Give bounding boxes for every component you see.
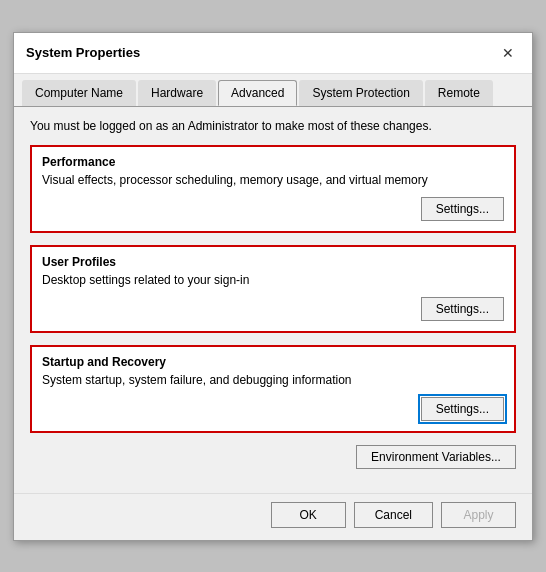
system-properties-dialog: System Properties ✕ Computer Name Hardwa…	[13, 32, 533, 541]
user-profiles-settings-button[interactable]: Settings...	[421, 297, 504, 321]
performance-section: Performance Visual effects, processor sc…	[30, 145, 516, 233]
tab-computer-name[interactable]: Computer Name	[22, 80, 136, 106]
ok-button[interactable]: OK	[271, 502, 346, 528]
performance-description: Visual effects, processor scheduling, me…	[42, 173, 504, 187]
startup-recovery-title: Startup and Recovery	[42, 355, 504, 369]
tab-content: You must be logged on as an Administrato…	[14, 107, 532, 493]
env-variables-row: Environment Variables...	[30, 445, 516, 469]
startup-recovery-section: Startup and Recovery System startup, sys…	[30, 345, 516, 433]
tab-hardware[interactable]: Hardware	[138, 80, 216, 106]
tab-advanced[interactable]: Advanced	[218, 80, 297, 106]
user-profiles-section: User Profiles Desktop settings related t…	[30, 245, 516, 333]
tab-bar: Computer Name Hardware Advanced System P…	[14, 74, 532, 107]
startup-recovery-settings-button[interactable]: Settings...	[421, 397, 504, 421]
close-button[interactable]: ✕	[496, 41, 520, 65]
cancel-button[interactable]: Cancel	[354, 502, 433, 528]
performance-settings-button[interactable]: Settings...	[421, 197, 504, 221]
startup-recovery-footer: Settings...	[42, 397, 504, 421]
performance-footer: Settings...	[42, 197, 504, 221]
user-profiles-title: User Profiles	[42, 255, 504, 269]
apply-button[interactable]: Apply	[441, 502, 516, 528]
dialog-footer: OK Cancel Apply	[14, 493, 532, 540]
user-profiles-footer: Settings...	[42, 297, 504, 321]
performance-title: Performance	[42, 155, 504, 169]
tab-system-protection[interactable]: System Protection	[299, 80, 422, 106]
title-bar: System Properties ✕	[14, 33, 532, 74]
startup-recovery-description: System startup, system failure, and debu…	[42, 373, 504, 387]
user-profiles-description: Desktop settings related to your sign-in	[42, 273, 504, 287]
dialog-title: System Properties	[26, 45, 140, 60]
info-text: You must be logged on as an Administrato…	[30, 119, 516, 133]
environment-variables-button[interactable]: Environment Variables...	[356, 445, 516, 469]
tab-remote[interactable]: Remote	[425, 80, 493, 106]
